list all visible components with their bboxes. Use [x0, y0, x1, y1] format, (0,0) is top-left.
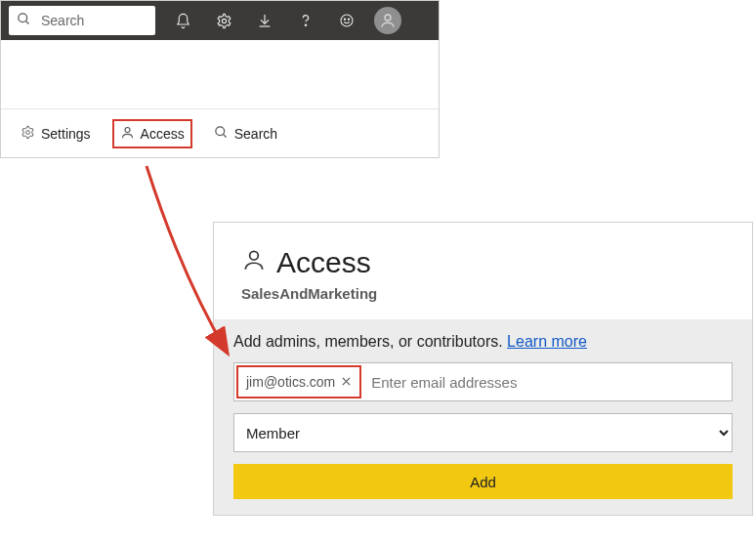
tab-search[interactable]: Search — [208, 121, 283, 147]
svg-point-10 — [216, 126, 225, 135]
remove-chip-icon[interactable] — [341, 374, 352, 390]
workspace-name: SalesAndMarketing — [241, 285, 725, 302]
learn-more-link[interactable]: Learn more — [507, 333, 587, 350]
svg-point-0 — [19, 13, 27, 21]
gear-icon — [21, 125, 35, 143]
svg-point-9 — [125, 127, 130, 132]
svg-point-3 — [305, 24, 306, 25]
tab-label: Access — [141, 126, 185, 142]
svg-point-5 — [344, 19, 345, 20]
settings-gear-icon[interactable] — [210, 7, 237, 34]
tab-settings[interactable]: Settings — [15, 121, 97, 147]
feedback-smile-icon[interactable] — [333, 7, 360, 34]
tabs-row: Settings Access Search — [1, 108, 439, 157]
svg-point-7 — [385, 15, 391, 21]
email-chip: jim@otics.com — [236, 365, 361, 398]
svg-line-1 — [25, 21, 28, 23]
helper-text: Add admins, members, or contributors. Le… — [233, 333, 733, 351]
email-row[interactable]: jim@otics.com — [233, 362, 733, 401]
blank-area — [1, 40, 439, 108]
titlebar — [1, 1, 439, 40]
tab-label: Search — [234, 126, 277, 142]
access-header: Access SalesAndMarketing — [214, 223, 752, 319]
email-input[interactable] — [363, 363, 732, 400]
access-panel: Access SalesAndMarketing Add admins, mem… — [213, 222, 753, 516]
page-title: Access — [276, 246, 371, 279]
tab-access[interactable]: Access — [112, 119, 192, 148]
person-icon — [241, 246, 267, 279]
help-icon[interactable] — [292, 7, 319, 34]
search-icon — [214, 125, 229, 143]
search-box[interactable] — [9, 6, 155, 35]
svg-point-8 — [26, 130, 30, 134]
access-body: Add admins, members, or contributors. Le… — [214, 319, 752, 515]
svg-point-2 — [222, 19, 226, 22]
svg-point-12 — [250, 251, 259, 260]
tab-label: Settings — [41, 126, 91, 142]
download-icon[interactable] — [251, 7, 278, 34]
person-icon — [120, 125, 135, 143]
svg-point-4 — [341, 15, 353, 26]
svg-line-11 — [223, 134, 226, 137]
svg-point-6 — [348, 19, 349, 20]
search-input[interactable] — [39, 12, 147, 29]
add-button[interactable]: Add — [233, 464, 733, 499]
helper-text-content: Add admins, members, or contributors. — [233, 333, 507, 350]
search-icon — [17, 12, 31, 30]
notifications-icon[interactable] — [169, 7, 196, 34]
avatar[interactable] — [374, 7, 401, 34]
access-title-row: Access — [241, 246, 725, 279]
role-select[interactable]: Member — [233, 413, 733, 452]
chip-text: jim@otics.com — [246, 374, 335, 390]
top-panel: Settings Access Search — [0, 0, 440, 158]
